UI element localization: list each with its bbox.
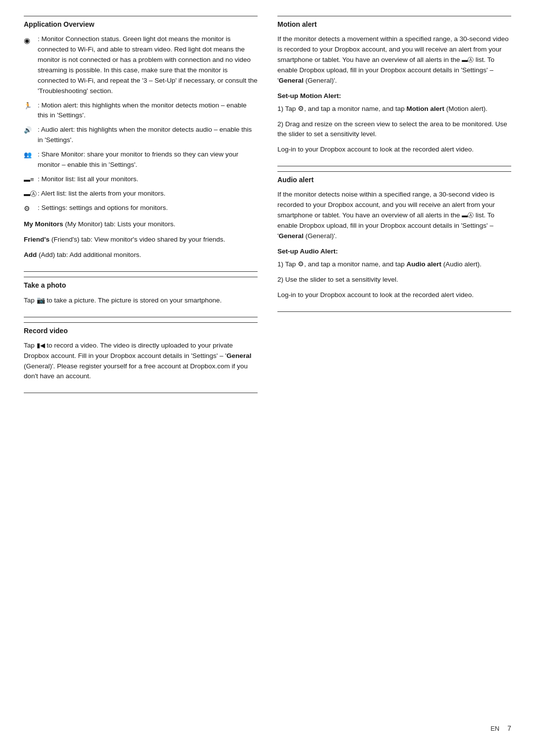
- alert-list-text: : Alert list: list the alerts from your …: [38, 189, 258, 199]
- audio-alert-body: If the monitor detects noise within a sp…: [277, 190, 511, 242]
- setup-audio-alert-header: Set-up Audio Alert:: [277, 248, 511, 255]
- setup-audio-alert-body: 1) Tap ⚙, and tap a monitor name, and ta…: [277, 259, 511, 301]
- divider-end-left: [24, 393, 258, 393]
- footer-lang: EN: [490, 725, 499, 732]
- motion-icon: 🏃: [24, 101, 38, 111]
- footer: EN 7: [24, 716, 511, 732]
- divider-audio-alert: [277, 166, 511, 166]
- alert-list-inline-icon2: ▬Ⓐ: [462, 212, 474, 219]
- bullet-settings: ⚙ : Settings: settings and options for m…: [24, 203, 258, 214]
- audio-step2: 2) Use the slider to set a sensitivity l…: [277, 275, 511, 285]
- my-monitors-rest: (My Monitor) tab: Lists your monitors.: [63, 220, 176, 228]
- divider-end-right: [277, 311, 511, 312]
- record-video-section: Record video Tap ▮◀ to record a video. T…: [24, 322, 258, 388]
- motion-step1: 1) Tap ⚙, and tap a monitor name, and ta…: [277, 103, 511, 114]
- motion-text: : Motion alert: this highlights when the…: [38, 101, 258, 121]
- settings-text: : Settings: settings and options for mon…: [38, 203, 258, 213]
- divider-record-video: [24, 317, 258, 317]
- bullet-list: ◉ : Monitor Connection status. Green lig…: [24, 34, 258, 214]
- audio-alert-header: Audio alert: [277, 171, 511, 185]
- settings-inline-icon-audio: ⚙: [298, 260, 304, 268]
- audio-step1: 1) Tap ⚙, and tap a monitor name, and ta…: [277, 259, 511, 270]
- connection-icon: ◉: [24, 34, 38, 46]
- alert-list-inline-icon: ▬Ⓐ: [462, 56, 474, 63]
- record-video-body: Tap ▮◀ to record a video. The video is d…: [24, 341, 258, 382]
- motion-alert-text: If the monitor detects a movement within…: [277, 34, 511, 86]
- bullet-share: 👥 : Share Monitor: share your monitor to…: [24, 150, 258, 170]
- my-monitors-line: My Monitors (My Monitor) tab: Lists your…: [24, 219, 258, 230]
- settings-inline-icon-motion: ⚙: [298, 104, 304, 112]
- general-bold-motion: General: [279, 77, 304, 84]
- take-photo-body: Tap 📷 to take a picture. The picture is …: [24, 295, 258, 306]
- record-video-text: Tap ▮◀ to record a video. The video is d…: [24, 341, 258, 382]
- friends-bold: Friend's: [24, 236, 50, 243]
- monitor-list-icon: ▬≡: [24, 174, 38, 185]
- alert-list-icon: ▬Ⓐ: [24, 189, 38, 199]
- add-bold: Add: [24, 251, 37, 258]
- record-icon: ▮◀: [37, 342, 45, 349]
- camera-icon: 📷: [37, 296, 45, 304]
- audio-icon: 🔊: [24, 125, 38, 135]
- motion-alert-section: Motion alert If the monitor detects a mo…: [277, 16, 511, 161]
- left-column: Application Overview ◉ : Monitor Connect…: [24, 16, 258, 716]
- friends-line: Friend's (Friend's) tab: View monitor's …: [24, 235, 258, 245]
- share-icon: 👥: [24, 150, 38, 160]
- content-columns: Application Overview ◉ : Monitor Connect…: [24, 16, 511, 716]
- audio-alert-text: If the monitor detects noise within a sp…: [277, 190, 511, 242]
- bullet-monitor-list: ▬≡ : Monitor list: list all your monitor…: [24, 174, 258, 185]
- audio-alert-section: Audio alert If the monitor detects noise…: [277, 171, 511, 306]
- friends-rest: (Friend's) tab: View monitor's video sha…: [50, 236, 225, 243]
- connection-text: : Monitor Connection status. Green light…: [38, 34, 258, 97]
- motion-alert-bold: Motion alert: [406, 105, 444, 112]
- divider-take-photo: [24, 271, 258, 272]
- setup-motion-alert-header: Set-up Motion Alert:: [277, 92, 511, 100]
- share-text: : Share Monitor: share your monitor to f…: [38, 150, 258, 170]
- audio-text: : Audio alert: this highlights when the …: [38, 125, 258, 146]
- take-photo-header: Take a photo: [24, 277, 258, 290]
- audio-login: Log-in to your Dropbox account to look a…: [277, 290, 511, 301]
- footer-page: 7: [507, 724, 511, 732]
- record-video-header: Record video: [24, 322, 258, 336]
- take-photo-section: Take a photo Tap 📷 to take a picture. Th…: [24, 277, 258, 312]
- setup-motion-alert-body: 1) Tap ⚙, and tap a monitor name, and ta…: [277, 103, 511, 155]
- general-bold-record: General: [226, 352, 251, 359]
- bullet-motion: 🏃 : Motion alert: this highlights when t…: [24, 101, 258, 121]
- general-bold-audio: General: [279, 232, 304, 240]
- take-photo-text: Tap 📷 to take a picture. The picture is …: [24, 295, 258, 306]
- application-overview-header: Application Overview: [24, 16, 258, 29]
- motion-alert-body: If the monitor detects a movement within…: [277, 34, 511, 86]
- motion-step2: 2) Drag and resize on the screen view to…: [277, 119, 511, 140]
- add-line: Add (Add) tab: Add additional monitors.: [24, 250, 258, 260]
- settings-icon: ⚙: [24, 203, 38, 214]
- motion-login: Log-in to your Dropbox account to look a…: [277, 145, 511, 155]
- my-monitors-bold: My Monitors: [24, 220, 63, 228]
- bullet-connection: ◉ : Monitor Connection status. Green lig…: [24, 34, 258, 97]
- motion-alert-header: Motion alert: [277, 16, 511, 29]
- audio-alert-bold: Audio alert: [406, 260, 441, 268]
- right-column: Motion alert If the monitor detects a mo…: [277, 16, 511, 716]
- page: Application Overview ◉ : Monitor Connect…: [0, 0, 535, 756]
- bullet-audio: 🔊 : Audio alert: this highlights when th…: [24, 125, 258, 146]
- application-overview-section: Application Overview ◉ : Monitor Connect…: [24, 16, 258, 266]
- bullet-alert-list: ▬Ⓐ : Alert list: list the alerts from yo…: [24, 189, 258, 199]
- monitor-list-text: : Monitor list: list all your monitors.: [38, 174, 258, 185]
- tabs-description: My Monitors (My Monitor) tab: Lists your…: [24, 219, 258, 260]
- add-rest: (Add) tab: Add additional monitors.: [37, 251, 141, 258]
